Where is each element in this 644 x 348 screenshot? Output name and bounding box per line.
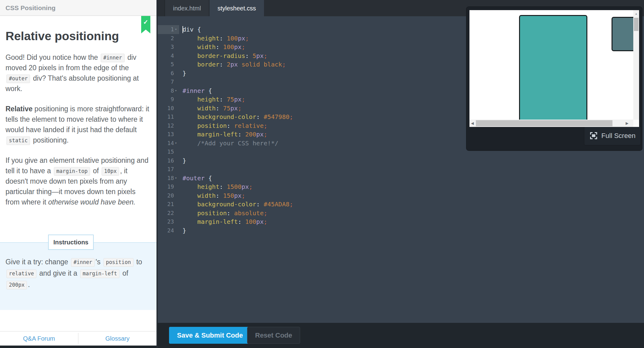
line-number: 6 (171, 69, 174, 78)
line-number-gutter: 7 (156, 78, 179, 86)
code-text[interactable]: width: 100px; (179, 43, 245, 52)
code-text[interactable]: border: 2px solid black; (179, 60, 286, 69)
line-number-gutter: 23 (156, 217, 179, 226)
line-number: 22 (167, 209, 174, 218)
line-number-gutter: 20 (156, 191, 179, 200)
inline-code-chip: relative (6, 270, 36, 278)
vertical-scroll-thumb[interactable] (634, 18, 638, 31)
caret-spacer (174, 121, 179, 130)
caret-spacer (174, 60, 179, 69)
code-line[interactable]: 19 height: 1500px; (156, 182, 644, 191)
lesson-panel: CSS Positioning ✓ Relative positioning G… (0, 0, 156, 346)
line-number: 14 (167, 139, 174, 148)
save-submit-button[interactable]: Save & Submit Code (169, 327, 251, 344)
line-number-gutter: 22 (156, 209, 179, 218)
preview-vertical-scrollbar[interactable]: ▲ (633, 10, 639, 120)
line-number: 1 (171, 25, 174, 34)
code-line[interactable]: 21 background-color: #45ADA8; (156, 200, 644, 209)
line-number: 17 (167, 165, 174, 174)
inline-code-chip: #inner (71, 258, 95, 267)
glossary-link[interactable]: Glossary (78, 333, 156, 344)
inline-code-chip: 200px (6, 281, 27, 289)
caret-spacer (174, 52, 179, 60)
instructions-section: Instructions Give it a try: change #inne… (0, 242, 156, 310)
code-text[interactable]: height: 75px; (179, 95, 245, 104)
fold-caret-icon[interactable]: ▾ (174, 25, 179, 34)
code-text[interactable]: border-radius: 5px; (179, 52, 267, 60)
inline-code-chip: margin-left (80, 270, 120, 278)
code-line[interactable]: 24} (156, 226, 644, 235)
lesson-paragraph: Relative positioning is more straightfor… (6, 104, 151, 145)
code-text[interactable]: /*Add your CSS here!*/ (179, 139, 278, 148)
code-text[interactable]: height: 100px; (179, 34, 249, 43)
code-text[interactable] (179, 165, 183, 174)
line-number-gutter: 1▾ (156, 25, 179, 34)
reset-code-button[interactable]: Reset Code (247, 327, 300, 344)
caret-spacer (174, 113, 179, 121)
code-text[interactable] (179, 78, 183, 86)
caret-spacer (174, 209, 179, 218)
line-number-gutter: 18▾ (156, 174, 179, 183)
line-number-gutter: 8▾ (156, 86, 179, 95)
check-icon: ✓ (143, 19, 149, 25)
fullscreen-icon (589, 132, 598, 140)
preview-horizontal-scrollbar[interactable]: ◀ ▶ (469, 120, 639, 127)
line-number: 23 (167, 217, 174, 226)
caret-spacer (174, 104, 179, 113)
full-screen-button[interactable]: Full Screen (584, 126, 641, 145)
code-text[interactable]: height: 1500px; (179, 182, 253, 191)
line-number: 10 (167, 104, 174, 113)
caret-spacer (174, 130, 179, 139)
code-text[interactable]: } (179, 156, 186, 165)
fold-caret-icon[interactable]: ▾ (174, 139, 179, 148)
lesson-paragraph: Good! Did you notice how the #inner div … (6, 52, 151, 94)
code-text[interactable]: width: 150px; (179, 191, 245, 200)
scroll-left-icon[interactable]: ◀ (471, 121, 474, 126)
tab-index-html[interactable]: index.html (164, 0, 209, 16)
scroll-right-icon[interactable]: ▶ (626, 121, 628, 126)
code-text[interactable]: position: absolute; (179, 209, 267, 218)
code-text[interactable]: background-color: #45ADA8; (179, 200, 293, 209)
preview-window: ▲ ◀ ▶ Full Screen (466, 7, 642, 151)
scroll-up-icon[interactable]: ▲ (633, 10, 639, 15)
tab-stylesheet-css[interactable]: stylesheet.css (209, 0, 264, 16)
preview-viewport: ▲ ◀ ▶ (469, 10, 639, 127)
code-line[interactable]: 16} (156, 156, 644, 165)
code-text[interactable]: div { (179, 25, 201, 34)
caret-spacer (174, 95, 179, 104)
code-line[interactable]: 20 width: 150px; (156, 191, 644, 200)
line-number-gutter: 24 (156, 226, 179, 235)
caret-spacer (174, 78, 179, 86)
code-text[interactable]: #outer { (179, 174, 212, 183)
code-text[interactable]: } (179, 69, 186, 78)
code-text[interactable]: position: relative; (179, 121, 267, 130)
code-text[interactable]: background-color: #547980; (179, 113, 293, 121)
horizontal-scroll-thumb[interactable] (476, 120, 612, 126)
inline-code-chip: #inner (101, 54, 124, 62)
full-screen-label: Full Screen (601, 132, 635, 140)
code-text[interactable] (179, 147, 183, 156)
code-line[interactable]: 22 position: absolute; (156, 209, 644, 218)
lesson-paragraphs: Good! Did you notice how the #inner div … (6, 52, 151, 207)
code-line[interactable]: 18▾#outer { (156, 174, 644, 183)
caret-spacer (174, 156, 179, 165)
code-line[interactable]: 23 margin-left: 100px; (156, 217, 644, 226)
fold-caret-icon[interactable]: ▾ (174, 86, 179, 95)
qa-forum-link[interactable]: Q&A Forum (0, 333, 78, 344)
editor-action-bar: Save & Submit Code Reset Code (156, 323, 644, 348)
code-text[interactable]: } (179, 226, 186, 235)
inline-code-chip: position (104, 258, 134, 267)
line-number-gutter: 10 (156, 104, 179, 113)
line-number-gutter: 6 (156, 69, 179, 78)
line-number: 9 (171, 95, 174, 104)
fold-caret-icon[interactable]: ▾ (174, 174, 179, 183)
caret-spacer (174, 69, 179, 78)
code-text[interactable]: #inner { (179, 86, 212, 95)
code-text[interactable]: width: 75px; (179, 104, 242, 113)
line-number-gutter: 19 (156, 182, 179, 191)
inline-code-chip: 10px (102, 167, 119, 176)
code-text[interactable]: margin-left: 200px; (179, 130, 267, 139)
code-line[interactable]: 17 (156, 165, 644, 174)
line-number: 11 (167, 113, 174, 121)
code-text[interactable]: margin-left: 100px; (179, 217, 267, 226)
